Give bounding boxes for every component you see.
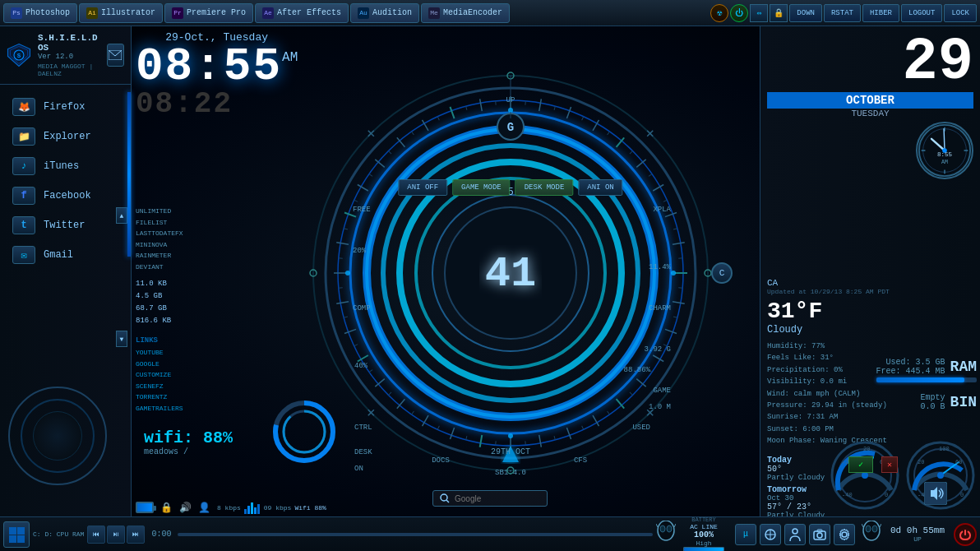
speedometers: -40 0 20 60 -20 -40 0 100 60 20 — [829, 439, 977, 512]
app-mediaencoder[interactable]: Me MediaEncoder — [421, 3, 510, 23]
system-tray: μ — [732, 524, 858, 545]
google-input[interactable] — [455, 494, 520, 503]
sidebar-label-twitter: Twitter — [44, 220, 85, 231]
battery-display: BATTERY AC LINE 100% High — [679, 516, 728, 551]
file-filelist: FILELIST — [136, 217, 183, 229]
illustrator-icon: Ai — [86, 7, 98, 19]
sunrise: Sunrise: 7:31 AM — [767, 411, 973, 423]
gmail-icon: ✉ — [12, 246, 35, 264]
sidebar-item-firefox[interactable]: 🦊 Firefox — [0, 93, 131, 121]
close-small-button[interactable]: ✕ — [881, 456, 898, 473]
svg-line-33 — [539, 435, 542, 447]
alien-icon-right — [862, 521, 881, 548]
app-premiere[interactable]: Pr Premiere Pro — [164, 3, 253, 23]
battery-icon[interactable] — [136, 502, 154, 513]
app-aftereffects[interactable]: Ae After Effects — [255, 3, 349, 23]
svg-line-71 — [466, 436, 467, 440]
desk-mode-button[interactable]: DESK MODE — [515, 179, 574, 196]
app-premiere-label: Premiere Pro — [187, 8, 246, 17]
wifi-speeds: 8 kbps 09 kbps Wifi 88% — [217, 501, 326, 514]
svg-line-83 — [389, 151, 392, 155]
tray-icon-5[interactable] — [834, 524, 855, 545]
firefox-icon: 🦊 — [12, 98, 35, 116]
media-next-button[interactable]: ⏭ — [127, 526, 145, 544]
media-progress-bar[interactable] — [178, 533, 653, 536]
start-button[interactable] — [3, 521, 30, 548]
rstat-button[interactable]: RSTAT — [824, 4, 861, 22]
analog-clock-svg: 8:55 AM — [916, 123, 973, 178]
down-button[interactable]: DOWN — [789, 4, 822, 22]
sidebar-item-facebook[interactable]: f Facebook — [0, 182, 131, 210]
sidebar-scroll-up[interactable]: ▲ — [116, 207, 127, 224]
mail-icon[interactable] — [107, 44, 124, 67]
hiber-button[interactable]: HIBER — [862, 4, 899, 22]
link-torrentz[interactable]: TORRENTZ — [136, 391, 183, 403]
ram-used-label: Used: 3.5 GB — [876, 358, 945, 367]
link-customize[interactable]: CUSTOMIZE — [136, 369, 183, 381]
media-play-button[interactable]: ⏯ — [107, 526, 125, 544]
sidebar-item-twitter[interactable]: t Twitter — [0, 211, 131, 239]
check-button[interactable]: ✓ — [848, 456, 873, 473]
svg-text:SB1:4.0: SB1:4.0 — [495, 469, 526, 477]
links-header: LINKS — [136, 335, 183, 347]
tray-icon-4[interactable] — [809, 524, 830, 545]
explorer-icon: 📁 — [12, 127, 35, 146]
ani-off-button[interactable]: ANI OFF — [398, 179, 447, 196]
sidebar-scroll-down[interactable]: ▼ — [116, 331, 127, 347]
media-controls: ⏮ ⏯ ⏭ — [87, 526, 145, 544]
sound-icon[interactable] — [924, 482, 947, 509]
svg-point-180 — [793, 529, 797, 534]
lock-small-icon[interactable]: 🔒 — [160, 502, 173, 514]
svg-text:29TH OCT: 29TH OCT — [491, 447, 530, 456]
tray-icon-2[interactable] — [760, 524, 781, 545]
wifi-gauge-svg — [271, 399, 337, 465]
c-button[interactable]: C — [711, 262, 733, 284]
speaker-icon[interactable]: 🔊 — [179, 502, 192, 514]
weather-updated: Updated at 10/29/13 8:25 AM PDT — [767, 288, 973, 295]
crosshair-icon — [764, 528, 777, 541]
sidebar-item-explorer[interactable]: 📁 Explorer — [0, 123, 131, 150]
svg-text:CFS: CFS — [574, 456, 587, 465]
power-off-button[interactable] — [954, 523, 977, 546]
link-youtube[interactable]: YOUTUBE — [136, 347, 183, 359]
media-prev-button[interactable]: ⏮ — [87, 526, 105, 544]
tray-icon-1[interactable]: μ — [735, 524, 756, 545]
time-secondary: 08:22 — [136, 90, 298, 119]
main-circle-area: 8:55 AM 29TH OCT G UP XPLA 11.4% CHARM 3… — [263, 26, 758, 520]
svg-line-18 — [566, 107, 571, 118]
sidebar-item-itunes[interactable]: ♪ iTunes — [0, 152, 131, 180]
app-illustrator[interactable]: Ai Illustrator — [79, 3, 163, 23]
alien-svg-left — [656, 521, 676, 544]
link-google[interactable]: GOOGLE — [136, 359, 183, 370]
aftereffects-icon: Ae — [262, 7, 274, 19]
person-small-icon[interactable]: 👤 — [198, 502, 210, 514]
mediaencoder-icon: Me — [428, 7, 440, 19]
sidebar-label-explorer: Explorer — [44, 131, 91, 142]
lock-icon[interactable]: 🔒 — [770, 4, 788, 22]
google-search[interactable] — [432, 490, 548, 507]
power-icon[interactable]: ⏻ — [730, 4, 748, 22]
game-mode-button[interactable]: GAME MODE — [452, 179, 511, 196]
nuclear-icon[interactable]: ☢ — [710, 4, 728, 22]
svg-point-186 — [866, 526, 871, 532]
gear-icon — [838, 528, 851, 541]
person-icon — [789, 528, 801, 541]
link-gametrailers[interactable]: GAMETRAILERS — [136, 403, 183, 414]
link-scenefz[interactable]: SCENEFZ — [136, 381, 183, 392]
logout-button[interactable]: LOGOUT — [901, 4, 942, 22]
tray-icon-3[interactable] — [784, 524, 806, 545]
svg-rect-166 — [9, 527, 16, 535]
svg-text:-40: -40 — [842, 492, 853, 498]
svg-line-56 — [630, 151, 633, 155]
app-audition[interactable]: Au Audition — [350, 3, 419, 23]
app-photoshop[interactable]: Ps Photoshop — [3, 3, 77, 23]
ram-label: RAM — [950, 359, 977, 375]
arrows-icon[interactable]: ⇔ — [750, 4, 768, 22]
svg-line-77 — [344, 317, 348, 317]
svg-text:20%: 20% — [353, 247, 367, 255]
sidebar-item-gmail[interactable]: ✉ Gmail — [0, 241, 131, 269]
lock-button[interactable]: LOCK — [944, 4, 977, 22]
bottom-icons-row: 🔒 🔊 👤 8 kbps 09 kbps Wifi 88% — [136, 501, 326, 514]
svg-line-68 — [554, 436, 555, 440]
ani-on-button[interactable]: ANI ON — [578, 179, 622, 196]
